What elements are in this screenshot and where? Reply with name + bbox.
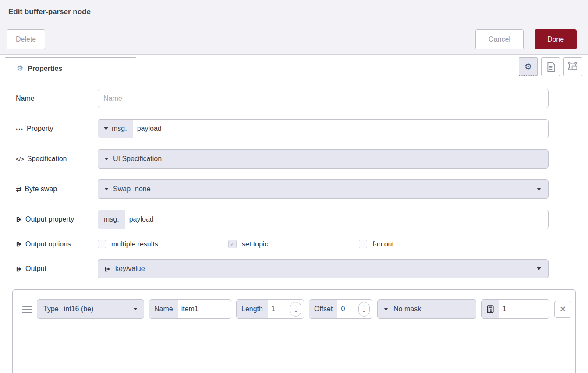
item-mask-select[interactable]: No mask [377,299,476,319]
item-divider [22,327,566,327]
gear-icon: ⚙ [17,64,23,73]
parser-item-row: Type int16 (be) Name Length ⌃⌄ Offset ⌃⌄ [13,290,575,319]
calculator-icon [482,300,499,318]
code-icon: </> [16,156,24,162]
edit-node-dialog: Edit buffer-parser node Delete Cancel Do… [0,0,588,373]
chevron-down-icon [104,127,108,130]
property-type-dropdown[interactable]: msg. [98,120,133,138]
byte-swap-value: none [135,185,151,193]
item-type-value: int16 (be) [64,305,128,313]
editor-tab-icons: ⚙ [519,57,582,76]
editor-tab-bar: ⚙ Properties ⚙ [0,55,588,79]
item-type-label: Type [43,305,59,313]
name-label: Name [16,95,98,102]
byte-swap-select[interactable]: Swap none [98,179,549,199]
chevron-down-icon [384,308,388,310]
sign-out-icon [16,241,22,247]
item-name-field: Name [149,299,231,319]
property-typed-input: msg. [98,119,549,138]
item-length-prefix: Length [237,300,268,318]
output-property-label: Output property [16,215,98,223]
item-scale-input[interactable] [499,305,549,313]
item-offset-field: Offset ⌃⌄ [309,299,372,319]
checkbox-set-topic[interactable]: ✓ set topic [228,240,359,248]
close-icon: ✕ [560,305,566,314]
row-property: ··· Property msg. [16,119,549,138]
checkbox-box[interactable]: ✓ [228,240,237,248]
item-length-input[interactable] [268,305,290,313]
output-label: Output [16,265,98,273]
chevron-down-icon [537,188,541,190]
sign-out-icon [104,266,111,272]
property-input[interactable] [133,120,548,138]
tab-properties[interactable]: ⚙ Properties [5,57,136,79]
chevron-down-icon [104,158,109,160]
properties-form: Name ··· Property msg. </> Specificatio [0,79,588,278]
chevron-down-icon [104,188,109,190]
appearance-icon [568,62,578,72]
name-input[interactable] [98,89,549,108]
document-icon [546,62,556,72]
checkbox-label: multiple results [111,240,158,248]
chevron-down-icon [537,267,541,270]
properties-tab-button[interactable]: ⚙ [519,57,538,76]
done-button[interactable]: Done [535,29,577,49]
dialog-toolbar: Delete Cancel Done [0,24,588,55]
output-options-label: Output options [16,240,98,248]
appearance-tab-button[interactable] [563,57,582,76]
dialog-title: Edit buffer-parser node [8,7,91,16]
item-mask-value: No mask [393,305,421,313]
output-select[interactable]: key/value [98,259,549,278]
checkbox-fan-out[interactable]: ✓ fan out [359,240,489,248]
property-label: ··· Property [16,125,98,133]
sign-out-icon [16,216,22,223]
row-specification: </> Specification UI Specification [16,149,549,169]
row-byte-swap: ⇄ Byte swap Swap none [16,179,549,199]
tab-properties-label: Properties [28,65,62,73]
description-tab-button[interactable] [541,57,560,76]
output-property-prefix: msg. [98,210,125,229]
checkbox-label: fan out [372,240,394,248]
item-offset-input[interactable] [337,305,358,313]
item-name-prefix: Name [149,300,178,318]
cancel-button[interactable]: Cancel [475,29,524,49]
drag-handle-icon[interactable] [22,306,32,313]
ellipsis-icon: ··· [16,125,24,133]
specification-label: </> Specification [16,155,98,163]
output-property-input[interactable] [125,210,548,229]
specification-select[interactable]: UI Specification [98,149,549,169]
checkbox-label: set topic [242,240,268,248]
parser-items-list: Type int16 (be) Name Length ⌃⌄ Offset ⌃⌄ [12,289,576,373]
byte-swap-label: ⇄ Byte swap [16,185,98,194]
dialog-titlebar: Edit buffer-parser node [0,0,588,24]
swap-arrows-icon: ⇄ [16,185,21,194]
item-length-field: Length ⌃⌄ [236,299,304,319]
row-output: Output key/value [16,259,549,278]
item-scale-field [481,299,549,319]
row-output-property: Output property msg. [16,210,549,229]
checkbox-multiple-results[interactable]: ✓ multiple results [98,240,228,248]
item-offset-prefix: Offset [309,300,337,318]
offset-stepper[interactable]: ⌃⌄ [358,302,370,317]
row-name: Name [16,89,549,108]
gear-icon: ⚙ [524,61,532,72]
chevron-down-icon [133,308,138,310]
remove-item-button[interactable]: ✕ [554,301,571,318]
item-name-input[interactable] [178,305,231,313]
checkbox-box[interactable]: ✓ [359,240,367,248]
output-property-typed-input: msg. [98,210,549,229]
sign-out-icon [16,266,22,272]
row-output-options: Output options ✓ multiple results ✓ set … [16,240,549,248]
checkbox-box[interactable]: ✓ [98,240,106,248]
delete-button[interactable]: Delete [7,29,45,49]
length-stepper[interactable]: ⌃⌄ [290,302,301,317]
item-type-select[interactable]: Type int16 (be) [37,299,144,319]
